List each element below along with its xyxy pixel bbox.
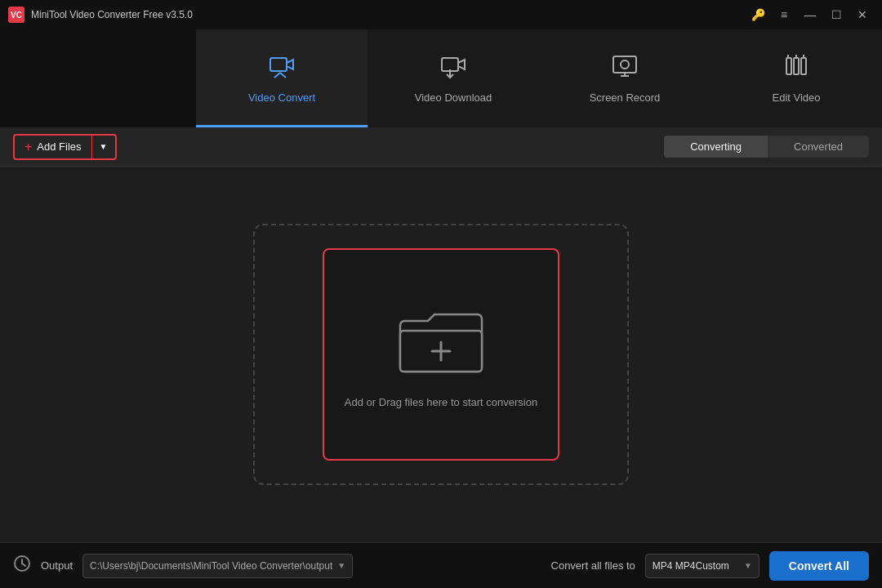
edit-video-label: Edit Video (772, 91, 820, 104)
format-selector[interactable]: MP4 MP4Custom ▼ (645, 554, 760, 578)
minimize-icon: — (804, 8, 816, 21)
output-label: Output (41, 559, 73, 572)
svg-rect-0 (270, 58, 287, 71)
title-controls: 🔑 ≡ — ☐ ✕ (746, 3, 874, 26)
svg-rect-4 (442, 58, 458, 71)
app-logo: VC (8, 7, 24, 23)
add-files-dropdown-arrow[interactable]: ▼ (92, 136, 115, 158)
format-dropdown-icon: ▼ (744, 561, 752, 570)
convert-all-button[interactable]: Convert All (769, 551, 869, 581)
convert-all-to-label: Convert all files to (551, 559, 635, 572)
title-left: VC MiniTool Video Converter Free v3.5.0 (8, 7, 193, 23)
svg-line-22 (22, 564, 25, 566)
close-icon: ✕ (858, 8, 867, 21)
nav-tab-edit-video[interactable]: Edit Video (710, 29, 882, 127)
svg-rect-13 (801, 58, 806, 74)
drop-zone-inner[interactable]: Add or Drag files here to start conversi… (323, 248, 559, 461)
svg-marker-5 (458, 60, 465, 69)
main-content: Add or Drag files here to start conversi… (0, 167, 882, 542)
maximize-icon: ☐ (831, 8, 842, 21)
svg-point-10 (621, 60, 629, 69)
nav-tab-screen-record[interactable]: Screen Record (539, 29, 710, 127)
video-download-label: Video Download (415, 91, 492, 104)
menu-icon: ≡ (781, 8, 787, 21)
key-icon: 🔑 (751, 8, 765, 21)
drop-zone-outer: Add or Drag files here to start conversi… (253, 224, 629, 485)
video-download-icon (439, 51, 468, 85)
nav-tabs: Video Convert Video Download (196, 29, 882, 127)
footer: Output C:\Users\bj\Documents\MiniTool Vi… (0, 542, 882, 588)
drop-zone-text: Add or Drag files here to start conversi… (345, 396, 537, 408)
format-text: MP4 MP4Custom (653, 560, 739, 572)
app-title: MiniTool Video Converter Free v3.5.0 (31, 9, 193, 20)
output-path-text: C:\Users\bj\Documents\MiniTool Video Con… (90, 560, 332, 572)
svg-marker-1 (287, 60, 293, 69)
video-convert-label: Video Convert (248, 91, 315, 104)
svg-rect-12 (794, 58, 799, 74)
toolbar: + Add Files ▼ Converting Converted (0, 127, 882, 167)
folder-add-icon (392, 301, 490, 383)
maximize-button[interactable]: ☐ (825, 3, 848, 26)
add-files-main[interactable]: + Add Files (15, 136, 92, 158)
add-plus-icon: + (24, 140, 32, 154)
nav-tab-video-convert[interactable]: Video Convert (196, 29, 368, 127)
svg-rect-7 (613, 56, 636, 73)
output-path-selector[interactable]: C:\Users\bj\Documents\MiniTool Video Con… (82, 554, 353, 578)
close-button[interactable]: ✕ (851, 3, 874, 26)
edit-video-icon (782, 51, 811, 85)
title-bar: VC MiniTool Video Converter Free v3.5.0 … (0, 0, 882, 29)
svg-line-2 (274, 73, 280, 78)
svg-rect-11 (786, 58, 791, 74)
add-files-label: Add Files (37, 140, 81, 153)
nav-left-panel (0, 29, 196, 127)
minimize-button[interactable]: — (799, 3, 822, 26)
add-files-button[interactable]: + Add Files ▼ (13, 134, 117, 160)
menu-button[interactable]: ≡ (773, 3, 795, 26)
video-convert-icon (267, 51, 296, 85)
dropdown-chevron-icon: ▼ (100, 142, 108, 151)
nav-bar: Video Convert Video Download (0, 29, 882, 127)
clock-icon (13, 555, 31, 577)
key-button[interactable]: 🔑 (746, 3, 769, 26)
nav-tab-video-download[interactable]: Video Download (368, 29, 539, 127)
tab-converted[interactable]: Converted (768, 136, 869, 158)
tab-switcher: Converting Converted (664, 136, 869, 158)
screen-record-label: Screen Record (590, 91, 661, 104)
tab-converting[interactable]: Converting (664, 136, 768, 158)
output-path-dropdown-icon: ▼ (337, 561, 345, 570)
screen-record-icon (610, 51, 639, 85)
svg-line-3 (280, 73, 286, 78)
